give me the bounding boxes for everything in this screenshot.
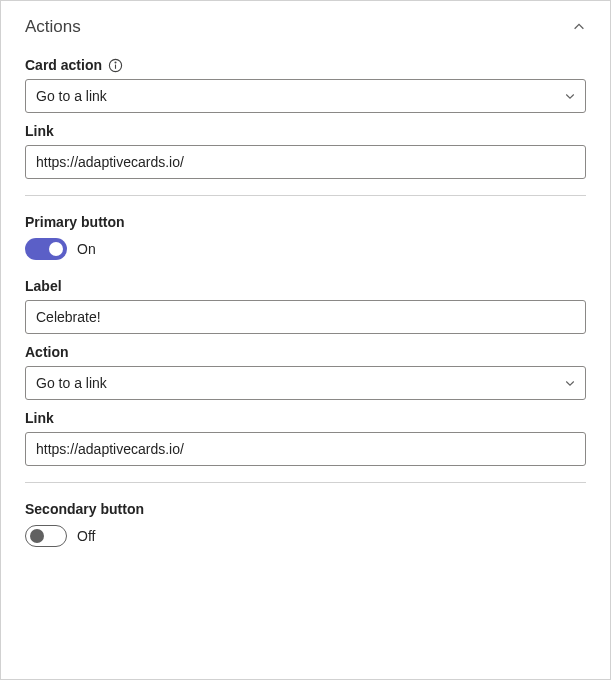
primary-button-toggle[interactable] <box>25 238 67 260</box>
primary-button-link-field: Link <box>25 410 586 466</box>
secondary-button-toggle-label: Off <box>77 528 95 544</box>
panel-title: Actions <box>25 17 81 37</box>
primary-button-label-input[interactable] <box>25 300 586 334</box>
card-action-select-wrap: Go to a link <box>25 79 586 113</box>
secondary-button-toggle-row: Off <box>25 525 586 547</box>
toggle-thumb <box>49 242 63 256</box>
primary-button-action-label-row: Action <box>25 344 586 360</box>
primary-button-section-label: Primary button <box>25 214 586 230</box>
primary-button-toggle-label: On <box>77 241 96 257</box>
card-action-link-label: Link <box>25 123 54 139</box>
card-action-link-input[interactable] <box>25 145 586 179</box>
info-icon[interactable] <box>108 58 123 73</box>
primary-button-label-field-label: Label <box>25 278 62 294</box>
primary-button-action-select[interactable]: Go to a link <box>25 366 586 400</box>
card-action-label: Card action <box>25 57 102 73</box>
collapse-chevron-icon[interactable] <box>572 20 586 34</box>
actions-panel: Actions Card action Go to a link Link <box>0 0 611 680</box>
card-action-field: Card action Go to a link <box>25 57 586 113</box>
secondary-button-section-label: Secondary button <box>25 501 586 517</box>
card-action-link-label-row: Link <box>25 123 586 139</box>
primary-button-link-input[interactable] <box>25 432 586 466</box>
svg-point-2 <box>115 62 116 63</box>
panel-header: Actions <box>25 17 586 37</box>
primary-button-toggle-row: On <box>25 238 586 260</box>
card-action-label-row: Card action <box>25 57 586 73</box>
secondary-button-toggle[interactable] <box>25 525 67 547</box>
card-action-select[interactable]: Go to a link <box>25 79 586 113</box>
primary-button-label-field: Label <box>25 278 586 334</box>
primary-button-action-select-wrap: Go to a link <box>25 366 586 400</box>
primary-button-action-field-label: Action <box>25 344 69 360</box>
card-action-link-field: Link <box>25 123 586 179</box>
primary-button-action-field: Action Go to a link <box>25 344 586 400</box>
primary-button-link-field-label: Link <box>25 410 54 426</box>
divider <box>25 195 586 196</box>
primary-button-link-label-row: Link <box>25 410 586 426</box>
divider <box>25 482 586 483</box>
primary-button-label-row: Label <box>25 278 586 294</box>
toggle-thumb <box>30 529 44 543</box>
